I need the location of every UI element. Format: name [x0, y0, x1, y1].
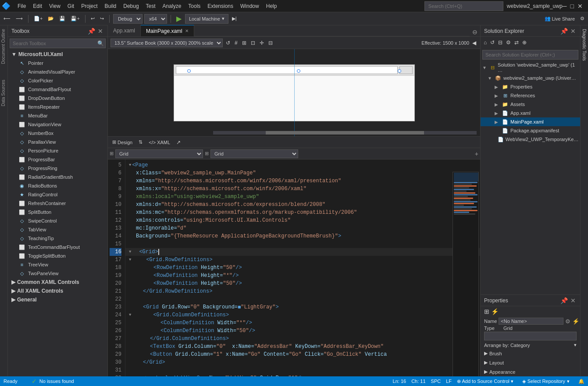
menu-extensions[interactable]: Extensions: [204, 2, 237, 10]
menu-edit[interactable]: Edit: [29, 2, 46, 10]
designer-scrollbar-h[interactable]: [213, 131, 477, 135]
tree-item-manifest[interactable]: 📄 Package.appxmanifest: [481, 126, 580, 135]
toolbox-item-navigationview[interactable]: ⬜ NavigationView: [8, 120, 107, 129]
expand-5[interactable]: ▼: [129, 161, 131, 169]
maximize-btn[interactable]: □: [570, 3, 574, 10]
prop-close-btn[interactable]: ✕: [570, 297, 577, 304]
sol-settings-btn[interactable]: ⚙: [505, 39, 512, 46]
sol-home-btn[interactable]: ⌂: [482, 39, 488, 46]
expand-24[interactable]: ▼: [129, 311, 131, 319]
attach-btn[interactable]: ▶|: [230, 15, 239, 22]
toolbox-item-splitbutton[interactable]: ⬜ SplitButton: [8, 208, 107, 216]
toolbox-item-treeview[interactable]: ≡ TreeView: [8, 260, 107, 269]
toolbox-item-itemsrepeater[interactable]: ⬜ ItemsRepeater: [8, 103, 107, 111]
section-layout-header[interactable]: ▶ Layout: [484, 359, 577, 366]
project-node[interactable]: ▼ 📦 webview2_sample_uwp (Univer…: [481, 74, 580, 82]
toolbox-item-radiobuttons[interactable]: ◉ RadioButtons: [8, 181, 107, 190]
sol-refresh-btn[interactable]: ↺: [489, 39, 496, 46]
toolbox-item-tabview[interactable]: ◇ TabView: [8, 225, 107, 234]
grid-selector-2[interactable]: Grid: [210, 149, 298, 158]
data-sources-tab[interactable]: Data Sources: [0, 76, 7, 110]
expand-btn[interactable]: ◀: [471, 39, 478, 46]
undo-btn[interactable]: ↩: [89, 15, 96, 22]
menu-view[interactable]: View: [46, 2, 64, 10]
design-view-btn[interactable]: ⊞ Design: [110, 139, 134, 145]
toolbox-item-numberbox[interactable]: ◇ NumberBox: [8, 129, 107, 138]
tree-item-properties[interactable]: ▶ 📁 Properties: [481, 82, 580, 91]
solution-search-input[interactable]: [482, 50, 578, 60]
toolbox-item-colorpicker[interactable]: ◇ ColorPicker: [8, 76, 107, 85]
new-project-btn[interactable]: 📄+: [32, 15, 44, 22]
back-btn[interactable]: ⟵: [2, 15, 12, 22]
toolbox-search-input[interactable]: [10, 39, 106, 48]
code-content[interactable]: ▼ <Page x:Class="webview2_sample_uwp.Mai…: [125, 159, 480, 376]
section-appearance-header[interactable]: ▶ Appearance: [484, 368, 577, 375]
sol-close-btn[interactable]: ✕: [570, 28, 577, 35]
expand-17[interactable]: ▼: [129, 256, 131, 264]
forward-btn[interactable]: ⟶: [14, 15, 25, 22]
menu-project[interactable]: Project: [78, 2, 101, 10]
toolbox-item-swipecontrol[interactable]: ◇ SwipeControl: [8, 216, 107, 225]
toolbox-item-dropdownbutton[interactable]: ⬜ DropDownButton: [8, 94, 107, 103]
toolbox-item-pointer[interactable]: ↖ Pointer: [8, 59, 107, 67]
code-editor[interactable]: 5 6 7 8 9 10 11 12 13 14 15 16 17 18 19 …: [108, 159, 480, 376]
menu-build[interactable]: Build: [101, 2, 120, 10]
prop-grid-btn[interactable]: ⊞: [484, 308, 489, 315]
tree-item-assets[interactable]: ▶ 📁 Assets: [481, 100, 580, 109]
platform-dropdown[interactable]: x64: [144, 14, 167, 24]
toolbox-category-all[interactable]: ▶ All XAML Controls: [8, 287, 107, 295]
diagnostic-tools-tab[interactable]: Diagnostic Tools: [580, 25, 588, 376]
menu-debug[interactable]: Debug: [120, 2, 142, 10]
live-share-btn[interactable]: 👥 Live Share: [543, 15, 577, 22]
snap-btn[interactable]: ⊞: [241, 39, 248, 46]
toolbox-item-personpicture[interactable]: ◇ PersonPicture: [8, 146, 107, 155]
select-repository-btn[interactable]: ◈ Select Repository ▾: [522, 379, 570, 384]
search-input[interactable]: [424, 1, 503, 11]
config-dropdown[interactable]: Debug: [113, 14, 143, 24]
pan-btn[interactable]: ✛: [258, 39, 265, 46]
toolbox-item-progressbar[interactable]: ⬜ ProgressBar: [8, 155, 107, 164]
toolbox-category-general[interactable]: ▶ General: [8, 295, 107, 304]
toolbox-item-refreshcontainer[interactable]: ⬜ RefreshContainer: [8, 199, 107, 208]
swap-view-btn[interactable]: ⇅: [137, 139, 144, 145]
tab-appxaml[interactable]: App.xaml: [108, 25, 141, 36]
save-all-btn[interactable]: 💾+: [69, 15, 81, 22]
toolbox-item-togglesplit[interactable]: ⬜ ToggleSplitButton: [8, 251, 107, 260]
minimize-btn[interactable]: ─: [563, 3, 567, 10]
sol-sync-btn[interactable]: ⇄: [513, 39, 520, 46]
toolbox-item-menubar[interactable]: ≡ MenuBar: [8, 111, 107, 120]
grid-selector-1[interactable]: Grid: [115, 149, 203, 158]
local-machine-dropdown[interactable]: Local Machine ▾: [185, 14, 228, 24]
toolbox-item-teachingtip[interactable]: ◇ TeachingTip: [8, 234, 107, 243]
solution-node[interactable]: ▼ ⊟ Solution 'webview2_sample_uwp' (1 …: [481, 61, 580, 74]
sol-search2-btn[interactable]: ⊕: [521, 39, 528, 46]
toolbox-category-microsoft[interactable]: ▼ Microsoft.UI.Xaml: [8, 50, 107, 59]
tree-item-appxaml[interactable]: ▶ 📄 App.xaml: [481, 109, 580, 117]
sol-pin-btn[interactable]: 📌: [559, 28, 569, 35]
redo-btn[interactable]: ↪: [98, 15, 106, 22]
document-outline-tab[interactable]: Document Outline: [0, 25, 7, 67]
toolbox-item-commandbarflyout[interactable]: ⬜ CommandBarFlyout: [8, 85, 107, 94]
save-btn[interactable]: 💾: [57, 15, 67, 22]
sol-collapse-btn[interactable]: ⊟: [497, 39, 504, 46]
name-input[interactable]: [499, 318, 563, 325]
toolbox-item-textcommandbar[interactable]: ⬜ TextCommandBarFlyout: [8, 243, 107, 251]
section-brush-header[interactable]: ▶ Brush: [484, 350, 577, 357]
add-to-source-control[interactable]: ⊕ Add to Source Control ▾: [457, 379, 513, 384]
menu-git[interactable]: Git: [64, 2, 78, 10]
expand-16[interactable]: ▼: [129, 248, 131, 256]
toolbox-category-common[interactable]: ▶ Common XAML Controls: [8, 278, 107, 287]
settings-btn[interactable]: ⚙: [578, 15, 586, 22]
tab-close-icon[interactable]: ✕: [185, 28, 189, 33]
zoom-out-btn[interactable]: ⊟: [267, 39, 274, 46]
toolbox-item-ratingcontrol[interactable]: ★ RatingControl: [8, 190, 107, 199]
tree-item-mainpagexaml[interactable]: ▶ 📄 MainPage.xaml: [481, 117, 580, 126]
toolbox-item-animatedvisualplayer[interactable]: ◇ AnimatedVisualPlayer: [8, 67, 107, 76]
refresh-design-btn[interactable]: ↺: [225, 39, 232, 46]
toolbox-item-parallaxview[interactable]: ◇ ParallaxView: [8, 138, 107, 146]
close-btn[interactable]: ✕: [577, 3, 583, 10]
toolbox-item-twopaneview[interactable]: ◇ TwoPaneView: [8, 269, 107, 278]
xaml-open-btn[interactable]: ↗: [176, 139, 181, 145]
toolbox-close-btn[interactable]: ✕: [97, 28, 104, 35]
menu-window[interactable]: Window: [237, 2, 263, 10]
